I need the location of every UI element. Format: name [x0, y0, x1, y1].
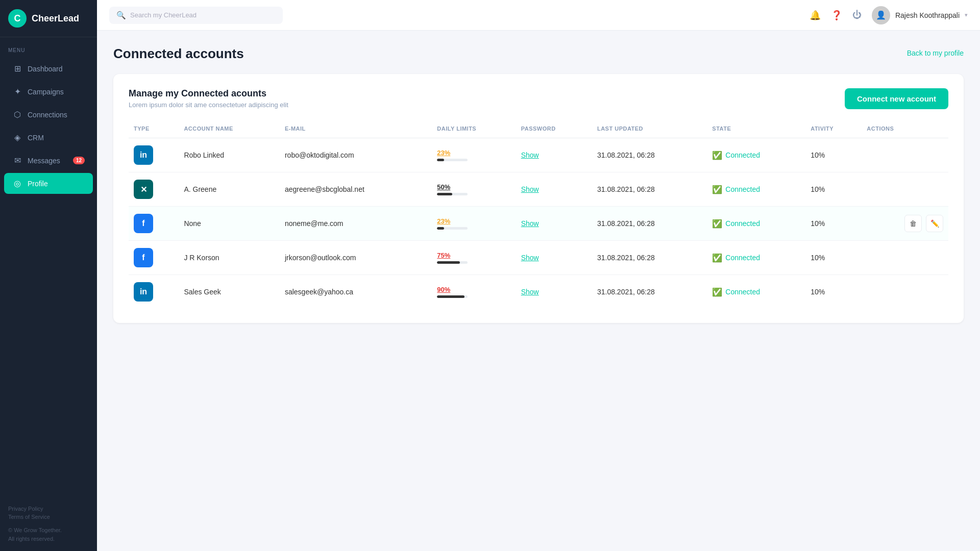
- cell-state: ✅ Connected: [707, 275, 805, 309]
- cell-activity: 10%: [805, 172, 862, 207]
- connect-new-account-button[interactable]: Connect new account: [845, 88, 948, 109]
- cell-type: ✕: [129, 172, 179, 207]
- cell-activity: 10%: [805, 207, 862, 241]
- campaigns-icon: ✦: [12, 87, 22, 96]
- user-name: Rajesh Koothrappali: [895, 11, 960, 19]
- logo[interactable]: C CheerLead: [0, 0, 97, 37]
- cell-state: ✅ Connected: [707, 138, 805, 172]
- col-activity: ATIVITY: [805, 121, 862, 138]
- cell-type: in: [129, 275, 179, 309]
- messages-badge: 12: [73, 157, 85, 164]
- state-label: Connected: [725, 254, 760, 262]
- cell-password: Show: [516, 241, 592, 275]
- table-body: in Robo Linked robo@oktodigital.com 23% …: [129, 138, 948, 309]
- cell-actions: [862, 172, 948, 207]
- back-to-profile-link[interactable]: Back to my profile: [907, 49, 964, 57]
- table-header: TYPE ACCOUNT NAME E-MAIL DAILY LIMITS PA…: [129, 121, 948, 138]
- cell-limits: 50%: [432, 172, 516, 207]
- sidebar-item-profile[interactable]: ◎ Profile: [4, 173, 93, 194]
- sidebar-item-connections[interactable]: ⬡ Connections: [4, 104, 93, 125]
- cell-state: ✅ Connected: [707, 172, 805, 207]
- app-name: CheerLead: [32, 13, 79, 24]
- cell-password: Show: [516, 138, 592, 172]
- cell-last-updated: 31.08.2021, 06:28: [592, 172, 707, 207]
- type-icon: in: [134, 145, 153, 165]
- cell-email: jrkorson@outlook.com: [280, 241, 432, 275]
- chevron-down-icon: ▾: [965, 12, 968, 18]
- cell-password: Show: [516, 172, 592, 207]
- main-area: 🔍 🔔 ❓ ⏻ 👤 Rajesh Koothrappali ▾ Connecte…: [97, 0, 980, 551]
- logo-icon: C: [8, 9, 27, 28]
- table-row: f None noneme@me.com 23% Show 31.08.2021…: [129, 207, 948, 241]
- col-daily-limits: DAILY LIMITS: [432, 121, 516, 138]
- table-row: in Robo Linked robo@oktodigital.com 23% …: [129, 138, 948, 172]
- connected-icon: ✅: [712, 287, 722, 297]
- cell-last-updated: 31.08.2021, 06:28: [592, 138, 707, 172]
- sidebar-item-label: Messages: [28, 157, 60, 165]
- search-wrap[interactable]: 🔍: [109, 7, 283, 24]
- privacy-policy-link[interactable]: Privacy Policy: [8, 506, 89, 512]
- connected-icon: ✅: [712, 185, 722, 194]
- edit-button[interactable]: ✏️: [926, 215, 943, 232]
- user-info[interactable]: 👤 Rajesh Koothrappali ▾: [872, 6, 968, 24]
- card-subtitle: Lorem ipsum dolor sit ame consectetuer a…: [129, 101, 288, 109]
- cell-limits: 23%: [432, 138, 516, 172]
- type-icon: f: [134, 248, 153, 267]
- page-title: Connected accounts: [113, 46, 244, 62]
- sidebar-footer: Privacy Policy Terms of Service © We Gro…: [0, 497, 97, 551]
- sidebar-item-dashboard[interactable]: ⊞ Dashboard: [4, 58, 93, 79]
- col-account-name: ACCOUNT NAME: [179, 121, 280, 138]
- col-password: PASSWORD: [516, 121, 592, 138]
- sidebar-item-label: Profile: [28, 180, 48, 188]
- terms-of-service-link[interactable]: Terms of Service: [8, 514, 89, 520]
- card-header: Manage my Connected acounts Lorem ipsum …: [129, 88, 948, 109]
- sidebar-item-label: Connections: [28, 111, 67, 119]
- type-icon: f: [134, 214, 153, 233]
- sidebar: C CheerLead MENU ⊞ Dashboard ✦ Campaigns…: [0, 0, 97, 551]
- notifications-icon[interactable]: 🔔: [810, 10, 821, 21]
- state-label: Connected: [725, 288, 760, 296]
- show-password-link[interactable]: Show: [521, 254, 539, 262]
- cell-limits: 75%: [432, 241, 516, 275]
- table-row: ✕ A. Greene aegreene@sbcglobal.net 50% S…: [129, 172, 948, 207]
- col-email: E-MAIL: [280, 121, 432, 138]
- state-label: Connected: [725, 185, 760, 193]
- connected-icon: ✅: [712, 219, 722, 229]
- search-input[interactable]: [130, 11, 276, 19]
- cell-actions: [862, 241, 948, 275]
- show-password-link[interactable]: Show: [521, 288, 539, 296]
- cell-email: salesgeek@yahoo.ca: [280, 275, 432, 309]
- col-actions: ACTIONS: [862, 121, 948, 138]
- menu-label: MENU: [0, 37, 97, 57]
- cell-last-updated: 31.08.2021, 06:28: [592, 275, 707, 309]
- cell-state: ✅ Connected: [707, 207, 805, 241]
- help-icon[interactable]: ❓: [831, 10, 842, 21]
- connected-accounts-card: Manage my Connected acounts Lorem ipsum …: [113, 74, 964, 323]
- cell-email: aegreene@sbcglobal.net: [280, 172, 432, 207]
- col-state: STATE: [707, 121, 805, 138]
- state-label: Connected: [725, 219, 760, 228]
- type-icon: in: [134, 282, 153, 302]
- power-icon[interactable]: ⏻: [852, 10, 862, 20]
- cell-password: Show: [516, 207, 592, 241]
- cell-email: noneme@me.com: [280, 207, 432, 241]
- delete-button[interactable]: 🗑: [904, 215, 922, 232]
- col-type: TYPE: [129, 121, 179, 138]
- show-password-link[interactable]: Show: [521, 219, 539, 228]
- topbar-right: 🔔 ❓ ⏻ 👤 Rajesh Koothrappali ▾: [810, 6, 968, 24]
- connected-icon: ✅: [712, 253, 722, 263]
- topbar: 🔍 🔔 ❓ ⏻ 👤 Rajesh Koothrappali ▾: [97, 0, 980, 31]
- cell-password: Show: [516, 275, 592, 309]
- sidebar-item-campaigns[interactable]: ✦ Campaigns: [4, 81, 93, 102]
- cell-name: J R Korson: [179, 241, 280, 275]
- cell-name: Sales Geek: [179, 275, 280, 309]
- type-icon: ✕: [134, 180, 153, 199]
- sidebar-item-messages[interactable]: ✉ Messages 12: [4, 150, 93, 171]
- dashboard-icon: ⊞: [12, 64, 22, 73]
- cell-activity: 10%: [805, 138, 862, 172]
- table-row: in Sales Geek salesgeek@yahoo.ca 90% Sho…: [129, 275, 948, 309]
- show-password-link[interactable]: Show: [521, 151, 539, 159]
- show-password-link[interactable]: Show: [521, 185, 539, 193]
- cell-state: ✅ Connected: [707, 241, 805, 275]
- sidebar-item-crm[interactable]: ◈ CRM: [4, 127, 93, 148]
